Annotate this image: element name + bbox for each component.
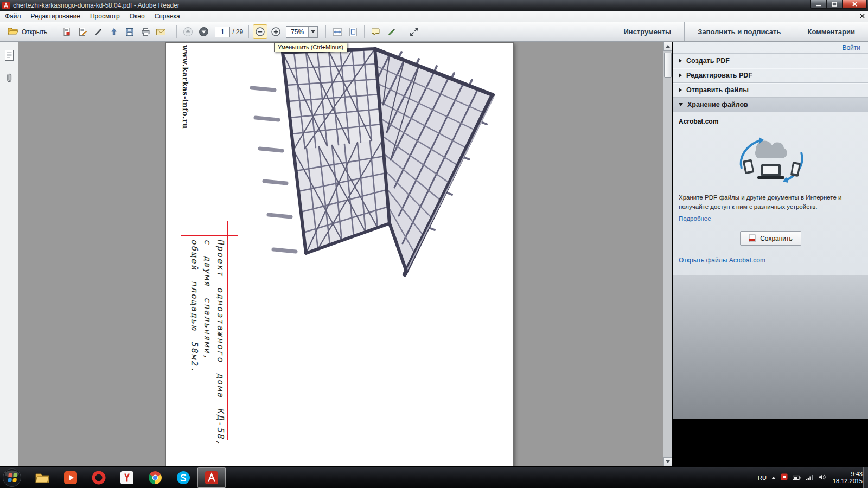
learn-more-link[interactable]: Подробнее bbox=[679, 215, 711, 222]
zoom-out-tooltip: Уменьшить (Ctrl+Minus) bbox=[274, 42, 347, 52]
navigation-rail bbox=[0, 42, 18, 466]
caption-line-1: Проект одноэтажного дома КД-58, bbox=[214, 240, 227, 457]
toolbar-separator bbox=[176, 25, 177, 38]
zoom-dropdown-arrow[interactable] bbox=[308, 27, 317, 37]
fit-width-button[interactable] bbox=[330, 24, 344, 39]
envelope-icon bbox=[156, 28, 166, 36]
toolbar-separator bbox=[248, 25, 249, 38]
share-button[interactable] bbox=[106, 24, 121, 39]
zoom-in-icon bbox=[271, 27, 281, 37]
open-button-label: Открыть bbox=[22, 28, 47, 36]
hidden-icons-arrow[interactable] bbox=[771, 477, 776, 479]
menu-edit[interactable]: Редактирование bbox=[26, 11, 85, 22]
vertical-scrollbar[interactable] bbox=[663, 42, 672, 466]
menu-window[interactable]: Окно bbox=[125, 11, 150, 22]
media-player-icon bbox=[63, 471, 78, 485]
menu-view[interactable]: Просмотр bbox=[85, 11, 125, 22]
crop-mark-vertical bbox=[227, 221, 228, 440]
paperclip-icon bbox=[5, 72, 14, 84]
print-button[interactable] bbox=[138, 24, 152, 39]
comments-panel-button[interactable]: Комментарии bbox=[794, 28, 868, 36]
notification-icon[interactable] bbox=[781, 473, 788, 483]
scroll-down-button[interactable] bbox=[663, 457, 672, 466]
section-send-files-label: Отправить файлы bbox=[686, 86, 749, 94]
menu-file[interactable]: Файл bbox=[0, 11, 26, 22]
network-icon[interactable] bbox=[806, 473, 813, 483]
sign-in-link[interactable]: Войти bbox=[842, 44, 860, 52]
windows-start-icon bbox=[2, 468, 22, 487]
next-page-button[interactable] bbox=[196, 24, 211, 39]
start-button[interactable] bbox=[2, 468, 22, 487]
section-send-files[interactable]: Отправить файлы bbox=[673, 83, 868, 98]
cloud-sync-illustration bbox=[727, 129, 814, 190]
arrow-down-icon bbox=[666, 460, 670, 463]
chevron-down-icon bbox=[311, 30, 315, 33]
upload-arrow-icon bbox=[109, 27, 119, 37]
zoom-out-button[interactable] bbox=[253, 24, 267, 39]
open-folder-icon bbox=[8, 27, 18, 37]
menu-help[interactable]: Справка bbox=[150, 11, 185, 22]
open-button[interactable]: Открыть bbox=[3, 24, 52, 39]
taskbar-item-yandex[interactable] bbox=[113, 467, 141, 488]
section-file-storage-label: Хранение файлов bbox=[687, 101, 748, 108]
section-create-pdf[interactable]: Создать PDF bbox=[673, 54, 868, 68]
drawing-caption: Проект одноэтажного дома КД-58, с двумя … bbox=[188, 240, 227, 457]
annotate-pen-button[interactable] bbox=[384, 24, 399, 39]
attachments-button[interactable] bbox=[0, 69, 18, 87]
taskbar-item-explorer[interactable] bbox=[28, 467, 56, 488]
language-indicator[interactable]: RU bbox=[758, 474, 767, 481]
section-file-storage[interactable]: Хранение файлов bbox=[673, 98, 868, 112]
taskbar-clock[interactable]: 9:43 18.12.2015 bbox=[833, 471, 863, 485]
scroll-up-button[interactable] bbox=[663, 42, 672, 51]
page-count-label: / 29 bbox=[232, 28, 243, 36]
page-number-input[interactable] bbox=[215, 27, 230, 37]
fit-page-button[interactable] bbox=[346, 24, 360, 39]
caption-line-2: с двумя спальнями, bbox=[201, 240, 214, 457]
save-file-button[interactable] bbox=[122, 24, 137, 39]
taskbar-item-skype[interactable] bbox=[169, 467, 197, 488]
maximize-button[interactable] bbox=[827, 0, 843, 9]
previous-page-button[interactable] bbox=[181, 24, 195, 39]
zoom-out-icon bbox=[255, 27, 265, 37]
battery-icon[interactable] bbox=[793, 473, 801, 483]
tools-button[interactable]: Инструменты bbox=[610, 28, 684, 36]
fill-sign-button[interactable]: Заполнить и подписать bbox=[685, 28, 794, 36]
fit-width-icon bbox=[332, 27, 343, 37]
section-edit-pdf[interactable]: Редактировать PDF bbox=[673, 68, 868, 83]
save-to-acrobat-button[interactable]: Сохранить bbox=[740, 231, 801, 246]
zoom-in-button[interactable] bbox=[269, 24, 283, 39]
window-title: chertezhi-karkasnogo-doma-kd-58.04.pdf -… bbox=[13, 2, 180, 9]
scrollbar-thumb[interactable] bbox=[664, 53, 672, 78]
open-acrobat-files-link[interactable]: Открыть файлы Acrobat.com bbox=[679, 256, 765, 264]
menu-close-icon[interactable] bbox=[860, 14, 865, 18]
taskbar-item-media-player[interactable] bbox=[56, 467, 85, 488]
marker-pen-icon bbox=[387, 27, 397, 37]
edit-pdf-button[interactable] bbox=[75, 24, 90, 39]
document-area[interactable]: www.karkas-info.ru bbox=[18, 42, 672, 466]
toolbar-right-group: Инструменты Заполнить и подписать Коммен… bbox=[610, 22, 868, 41]
chevron-right-icon bbox=[679, 73, 682, 78]
chevron-right-icon bbox=[679, 59, 682, 63]
taskbar-item-opera[interactable] bbox=[85, 467, 113, 488]
explorer-folder-icon bbox=[35, 471, 50, 484]
page-thumbnails-button[interactable] bbox=[0, 46, 18, 65]
zoom-value: 75% bbox=[286, 28, 308, 36]
zoom-level-select[interactable]: 75% bbox=[286, 26, 318, 38]
taskbar-item-adobe-reader[interactable] bbox=[197, 467, 226, 488]
comment-button[interactable] bbox=[368, 24, 383, 39]
taskbar-item-chrome[interactable] bbox=[141, 467, 169, 488]
floppy-save-icon bbox=[125, 27, 135, 37]
minimize-button[interactable] bbox=[810, 0, 827, 9]
chrome-icon bbox=[148, 471, 162, 485]
sign-button[interactable] bbox=[91, 24, 105, 39]
fullscreen-button[interactable] bbox=[407, 24, 422, 39]
close-button[interactable] bbox=[843, 0, 867, 9]
show-desktop-button[interactable] bbox=[863, 467, 868, 488]
email-button[interactable] bbox=[154, 24, 168, 39]
frame-house-drawing bbox=[247, 44, 497, 278]
taskbar: RU 9:43 18.12.2015 bbox=[0, 466, 868, 488]
speech-bubble-icon bbox=[371, 27, 381, 37]
volume-icon[interactable] bbox=[818, 473, 826, 483]
document-red-icon bbox=[62, 27, 72, 37]
create-pdf-button[interactable] bbox=[59, 24, 74, 39]
